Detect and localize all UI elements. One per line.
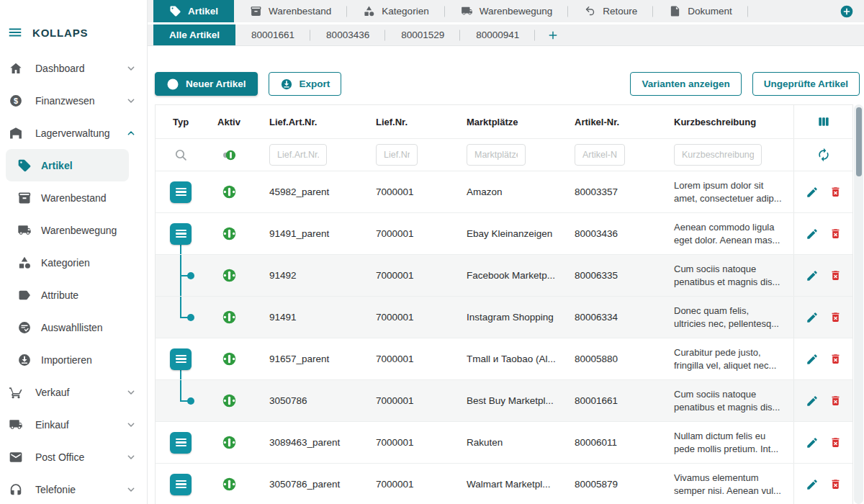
table-header-row: TypAktivLief.Art.Nr.Lief.Nr.MarktplätzeA… — [156, 105, 852, 138]
column-header-kurzbeschreibung: Kurzbeschreibung — [657, 117, 793, 127]
chevron-down-icon[interactable] — [125, 484, 137, 495]
article-type-icon[interactable] — [170, 348, 192, 370]
chevron-down-icon[interactable] — [125, 387, 137, 398]
article-tab-80003436[interactable]: 80003436 — [310, 24, 385, 45]
article-type-icon[interactable] — [170, 474, 192, 495]
delete-icon[interactable] — [829, 478, 842, 490]
kurzbeschreibung-line: pede mollis pretium. Int... — [674, 443, 789, 456]
sidebar-item-post-office[interactable]: Post Office — [0, 441, 147, 473]
sidebar-item-warenbestand[interactable]: Warenbestand — [0, 181, 147, 214]
primary-tabs: ArtikelWarenbestandKategorienWarenbewegu… — [153, 0, 748, 22]
export-label: Export — [300, 78, 330, 89]
chevron-down-icon[interactable] — [125, 95, 137, 107]
tab-retoure[interactable]: Retoure — [568, 0, 653, 22]
search-icon[interactable] — [174, 148, 188, 162]
column-header-label: Marktplätze — [467, 117, 518, 127]
sidebar-item-attribute[interactable]: Attribute — [0, 279, 147, 311]
delete-icon[interactable] — [829, 436, 842, 449]
sidebar-item-lagerverwaltung[interactable]: Lagerverwaltung — [0, 117, 147, 149]
add-circle-icon — [166, 78, 179, 91]
sidebar-item-auswahllisten[interactable]: Auswahllisten — [0, 311, 147, 343]
tab-dokument[interactable]: Dokument — [653, 0, 748, 22]
delete-icon[interactable] — [829, 353, 842, 365]
edit-icon[interactable] — [806, 186, 819, 199]
filter-cell-kurzbeschreibung — [657, 144, 793, 166]
menu-icon[interactable] — [7, 24, 23, 40]
export-button[interactable]: Export — [269, 72, 342, 96]
sidebar-item-finanzwesen[interactable]: $Finanzwesen — [0, 84, 147, 117]
active-filter-icon[interactable] — [222, 148, 237, 163]
new-article-button[interactable]: Neuer Artikel — [155, 72, 258, 96]
vertical-scrollbar[interactable] — [854, 104, 863, 504]
sidebar-item-verkauf[interactable]: Verkauf — [0, 376, 147, 408]
active-toggle-icon[interactable] — [222, 435, 237, 450]
edit-icon[interactable] — [806, 395, 819, 408]
scrollbar-thumb[interactable] — [856, 107, 862, 176]
active-toggle-icon[interactable] — [222, 477, 237, 492]
chevron-up-icon[interactable] — [125, 127, 137, 139]
filter-input-lief-nr[interactable] — [376, 144, 418, 166]
tab-kategorien[interactable]: Kategorien — [347, 0, 444, 22]
edit-icon[interactable] — [806, 436, 819, 449]
tab-warenbestand[interactable]: Warenbestand — [234, 0, 347, 22]
active-toggle-icon[interactable] — [222, 351, 237, 366]
article-type-icon[interactable] — [170, 181, 192, 203]
delete-icon[interactable] — [829, 395, 842, 407]
show-variants-label: Varianten anzeigen — [642, 78, 729, 89]
typ-cell — [156, 171, 206, 212]
cell-lief-nr-value: 7000001 — [376, 228, 414, 239]
sidebar-item-label: Artikel — [41, 160, 73, 171]
article-type-icon[interactable] — [170, 432, 192, 454]
article-tab-80000941[interactable]: 80000941 — [460, 24, 535, 45]
filter-input-artikel-nr[interactable] — [575, 144, 625, 166]
cell-lief-art-nr-value: 3050786 — [269, 395, 307, 406]
filter-input-kurzbeschreibung[interactable] — [674, 144, 762, 166]
delete-icon[interactable] — [829, 186, 842, 198]
sidebar-item-artikel[interactable]: Artikel — [6, 149, 129, 181]
article-tab-alle-artikel[interactable]: Alle Artikel — [153, 24, 235, 45]
tab-artikel[interactable]: Artikel — [153, 0, 234, 22]
cell-lief-art-nr: 3050786_parent — [252, 479, 359, 490]
chevron-down-icon[interactable] — [125, 419, 137, 431]
table-row: 30507867000001Best Buy Marketpl...800016… — [156, 379, 852, 421]
show-variants-button[interactable]: Varianten anzeigen — [630, 72, 741, 96]
edit-icon[interactable] — [806, 269, 819, 282]
delete-icon[interactable] — [829, 269, 842, 282]
edit-icon[interactable] — [806, 353, 819, 366]
sidebar-item-dashboard[interactable]: Dashboard — [0, 52, 147, 84]
kurzbeschreibung-line: Curabitur pede justo, — [674, 346, 789, 359]
cell-marktplaetze: Tmall и Taobao (Al... — [449, 354, 557, 364]
active-toggle-icon[interactable] — [222, 226, 237, 241]
filter-input-lief-art-nr[interactable] — [269, 144, 327, 166]
active-toggle-icon[interactable] — [222, 393, 237, 408]
delete-icon[interactable] — [829, 311, 842, 323]
columns-icon[interactable] — [816, 114, 831, 129]
tab-warenbewegung[interactable]: Warenbewegung — [445, 0, 569, 22]
sidebar-item-einkauf[interactable]: Einkauf — [0, 408, 147, 441]
edit-icon[interactable] — [806, 478, 819, 491]
edit-icon[interactable] — [806, 228, 819, 240]
sidebar-item-kategorien[interactable]: Kategorien — [0, 246, 147, 279]
article-tab-80001661[interactable]: 80001661 — [235, 24, 310, 45]
cell-lief-art-nr: 91491_parent — [252, 228, 359, 239]
truck-icon — [17, 223, 32, 238]
aktiv-cell — [206, 422, 252, 463]
add-article-tab-button[interactable] — [546, 29, 559, 42]
chevron-down-icon[interactable] — [125, 451, 137, 463]
edit-icon[interactable] — [806, 311, 819, 324]
sidebar-item-telefonie[interactable]: Telefonie — [0, 473, 147, 504]
unchecked-articles-button[interactable]: Ungeprüfte Artikel — [752, 72, 860, 96]
active-toggle-icon[interactable] — [222, 268, 237, 283]
article-tab-80001529[interactable]: 80001529 — [385, 24, 460, 45]
chevron-down-icon[interactable] — [125, 63, 137, 74]
filter-input-marktpl-tze[interactable] — [467, 144, 526, 166]
active-toggle-icon[interactable] — [222, 310, 237, 325]
delete-icon[interactable] — [829, 228, 842, 240]
column-header-label: Aktiv — [217, 117, 240, 127]
active-toggle-icon[interactable] — [222, 184, 237, 199]
sidebar-item-warenbewegung[interactable]: Warenbewegung — [0, 214, 147, 246]
add-tab-button[interactable] — [840, 4, 854, 19]
refresh-icon[interactable] — [816, 148, 831, 162]
sidebar-item-importieren[interactable]: Importieren — [0, 343, 147, 376]
article-type-icon[interactable] — [170, 223, 192, 245]
